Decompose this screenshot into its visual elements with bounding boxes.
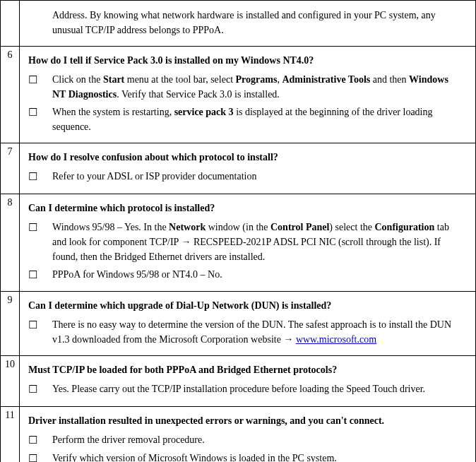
- row-number: 8: [1, 194, 20, 292]
- question-text: Can I determine which upgrade of Dial-Up…: [28, 297, 467, 316]
- item-text: Click on the Start menu at the tool bar,…: [52, 72, 467, 102]
- item-text: Refer to your ADSL or ISP provider docum…: [52, 169, 467, 184]
- faq-row: 6How do I tell if Service Pack 3.0 is in…: [1, 47, 476, 143]
- question-text: Driver installation resulted in unexpect…: [28, 413, 467, 431]
- checkbox-icon: ☐: [28, 169, 52, 185]
- question-text: Can I determine which protocol is instal…: [28, 200, 467, 218]
- faq-row: Address. By knowing what network hardwar…: [1, 1, 476, 47]
- item-text: PPPoA for Windows 95/98 or NT4.0 – No.: [52, 267, 467, 282]
- list-item: ☐When the system is restarting, service …: [28, 103, 467, 136]
- item-text: There is no easy way to determine the ve…: [52, 317, 467, 347]
- item-text: Windows 95/98 – Yes. In the Network wind…: [52, 220, 467, 264]
- item-text: Perform the driver removal procedure.: [52, 432, 467, 447]
- row-number: 10: [1, 356, 20, 407]
- row-content: How do I resolve confusion about which p…: [20, 143, 476, 194]
- list-item: ☐PPPoA for Windows 95/98 or NT4.0 – No.: [28, 266, 467, 285]
- row-content: Driver installation resulted in unexpect…: [20, 406, 476, 462]
- row-content: How do I tell if Service Pack 3.0 is ins…: [20, 47, 476, 143]
- item-text: When the system is restarting, service p…: [52, 105, 467, 134]
- row-number: 6: [1, 47, 20, 143]
- row-number: 7: [1, 143, 20, 194]
- checkbox-icon: ☐: [28, 451, 52, 462]
- checkbox-icon: ☐: [28, 220, 52, 236]
- list-item: ☐Click on the Start menu at the tool bar…: [28, 71, 467, 103]
- item-text: Address. By knowing what network hardwar…: [52, 8, 467, 37]
- list-item: ☐Windows 95/98 – Yes. In the Network win…: [28, 218, 467, 266]
- list-item: ☐Perform the driver removal procedure.: [28, 431, 467, 450]
- row-content: Must TCP/IP be loaded for both PPPoA and…: [20, 356, 476, 407]
- item-text: Verify which version of Microsoft Window…: [52, 451, 467, 462]
- row-content: Can I determine which protocol is instal…: [20, 194, 476, 292]
- row-number: [1, 1, 20, 47]
- faq-row: 10Must TCP/IP be loaded for both PPPoA a…: [1, 356, 476, 407]
- faq-row: 9Can I determine which upgrade of Dial-U…: [1, 292, 476, 356]
- row-content: Can I determine which upgrade of Dial-Up…: [20, 292, 476, 356]
- faq-table: Address. By knowing what network hardwar…: [0, 0, 476, 462]
- faq-row: 8Can I determine which protocol is insta…: [1, 194, 476, 292]
- checkbox-icon: ☐: [28, 432, 52, 449]
- list-item: ☐Yes. Please carry out the TCP/IP instal…: [28, 380, 467, 399]
- checkbox-icon: ☐: [28, 72, 52, 88]
- question-text: How do I tell if Service Pack 3.0 is ins…: [28, 52, 467, 71]
- row-number: 11: [1, 406, 20, 462]
- faq-row: 7How do I resolve confusion about which …: [1, 143, 476, 194]
- question-text: Must TCP/IP be loaded for both PPPoA and…: [28, 362, 467, 380]
- list-item: ☐There is no easy way to determine the v…: [28, 316, 467, 348]
- checkbox-icon: ☐: [28, 317, 52, 333]
- row-content: Address. By knowing what network hardwar…: [20, 1, 476, 47]
- row-number: 9: [1, 292, 20, 356]
- item-text: Yes. Please carry out the TCP/IP install…: [52, 381, 467, 396]
- list-item: ☐Verify which version of Microsoft Windo…: [28, 449, 467, 462]
- question-text: How do I resolve confusion about which p…: [28, 149, 467, 167]
- faq-row: 11Driver installation resulted in unexpe…: [1, 406, 476, 462]
- checkbox-icon: ☐: [28, 105, 52, 121]
- checkbox-icon: ☐: [28, 381, 52, 398]
- list-item: ☐Refer to your ADSL or ISP provider docu…: [28, 167, 467, 186]
- list-item: Address. By knowing what network hardwar…: [28, 6, 467, 39]
- microsoft-link[interactable]: www.microsoft.com: [296, 334, 376, 345]
- checkbox-icon: ☐: [28, 267, 52, 283]
